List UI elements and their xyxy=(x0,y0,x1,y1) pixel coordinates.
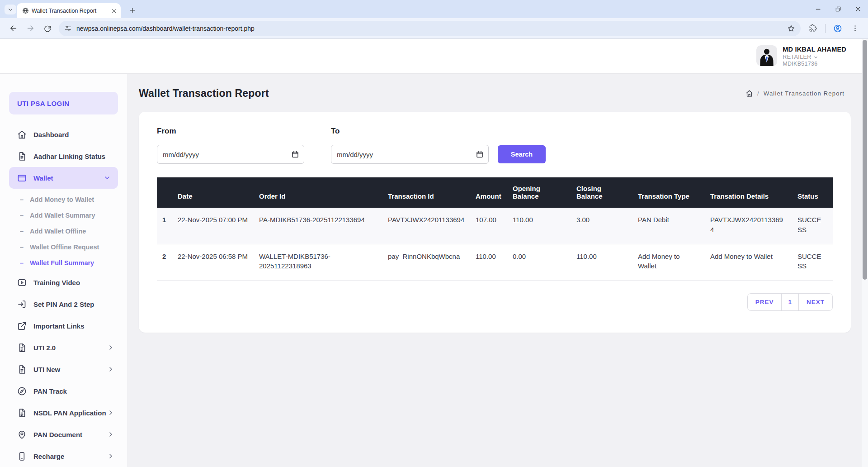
from-field: From xyxy=(157,127,304,164)
document-icon xyxy=(17,365,27,374)
sidebar-item-label: Important Links xyxy=(33,322,114,330)
column-header: Transaction Id xyxy=(388,177,476,208)
chevron-right-icon xyxy=(107,409,114,416)
extensions-button[interactable] xyxy=(805,21,821,36)
profile-button[interactable] xyxy=(830,21,845,36)
chevron-right-icon xyxy=(107,431,114,438)
sidebar-item-wallet[interactable]: Wallet xyxy=(9,167,118,189)
document-icon xyxy=(17,343,27,353)
page-number-button[interactable]: 1 xyxy=(781,294,798,310)
sidebar-item-label: Aadhar Linking Status xyxy=(33,152,114,160)
toolbar-separator xyxy=(825,24,826,33)
sidebar-item-label: NSDL PAN Application xyxy=(33,409,107,417)
chevron-right-icon xyxy=(107,431,114,438)
user-role: RETAILER xyxy=(783,54,846,60)
menu-button[interactable] xyxy=(847,21,863,36)
sidebar-item-important-links[interactable]: Important Links xyxy=(0,315,127,337)
sidebar-item-uti-new[interactable]: UTI New xyxy=(0,358,127,380)
sidebar-item-pan-document[interactable]: PAN Document xyxy=(0,424,127,445)
sidebar-item-pan-track[interactable]: PAN Track xyxy=(0,380,127,402)
external-link-icon xyxy=(17,321,27,331)
brand-badge: UTI PSA LOGIN xyxy=(9,92,118,114)
video-icon xyxy=(17,278,27,287)
column-header: Transation Details xyxy=(710,177,797,208)
column-header: Transation Type xyxy=(638,177,710,208)
sidebar-item-label: PAN Track xyxy=(33,387,114,395)
next-page-button[interactable]: NEXT xyxy=(798,294,832,310)
document-icon xyxy=(17,152,27,161)
cell-type: PAN Debit xyxy=(638,208,710,244)
reload-button[interactable] xyxy=(40,21,55,36)
cell-date: 22-Nov-2025 07:00 PM xyxy=(178,208,259,244)
sidebar-subitem-wallet-offline-request[interactable]: Wallet Offline Request xyxy=(0,239,127,255)
sidebar-item-nsdl-pan-application[interactable]: NSDL PAN Application xyxy=(0,402,127,424)
cell-opening-balance: 110.00 xyxy=(513,208,576,244)
login-icon xyxy=(17,300,27,309)
minimize-button[interactable] xyxy=(808,0,828,18)
cell-opening-balance: 0.00 xyxy=(513,244,576,281)
cell-status: SUCCESS xyxy=(797,208,833,244)
chevron-right-icon xyxy=(107,344,114,351)
chevron-down-icon xyxy=(7,6,14,13)
new-tab-button[interactable] xyxy=(126,4,139,17)
avatar xyxy=(756,45,777,66)
app-header: MD IKBAL AHAMED RETAILER MDIKB51736 xyxy=(0,39,868,74)
document-icon xyxy=(17,365,27,374)
sidebar-item-uti-2-0[interactable]: UTI 2.0 xyxy=(0,337,127,358)
scrollbar-thumb[interactable] xyxy=(863,40,867,280)
sidebar-subitem-add-wallet-offline[interactable]: Add Wallet Offline xyxy=(0,223,127,239)
to-date-input[interactable] xyxy=(331,145,489,164)
sidebar-subitem-add-money-to-wallet[interactable]: Add Money to Wallet xyxy=(0,191,127,207)
user-meta: MD IKBAL AHAMED RETAILER MDIKB51736 xyxy=(783,45,846,67)
globe-favicon-icon xyxy=(22,7,29,14)
sidebar-item-training-video[interactable]: Training Video xyxy=(0,272,127,293)
cell-amount: 107.00 xyxy=(476,208,513,244)
back-button[interactable] xyxy=(5,21,21,36)
forward-button[interactable] xyxy=(23,21,38,36)
prev-page-button[interactable]: PREV xyxy=(748,294,782,310)
sidebar-subitem-wallet-full-summary[interactable]: Wallet Full Summary xyxy=(0,255,127,271)
chevron-right-icon xyxy=(107,366,114,373)
page-scrollbar[interactable] xyxy=(862,39,868,467)
from-date-input[interactable] xyxy=(157,145,304,164)
close-button[interactable] xyxy=(848,0,868,18)
maximize-button[interactable] xyxy=(828,0,848,18)
url-text: newpsa.onlinepsa.com/dashboard/wallet-tr… xyxy=(76,25,787,32)
cell-status: SUCCESS xyxy=(797,244,833,281)
filter-row: From To xyxy=(157,127,833,164)
browser-tab[interactable]: Wallet Transaction Report xyxy=(17,3,121,18)
sidebar-item-recharge[interactable]: Recharge xyxy=(0,445,127,467)
sidebar-item-set-pin-and-2-step[interactable]: Set PIN And 2 Step xyxy=(0,293,127,315)
column-header: Order Id xyxy=(259,177,388,208)
user-menu[interactable]: MD IKBAL AHAMED RETAILER MDIKB51736 xyxy=(756,45,846,67)
bookmark-star-icon[interactable] xyxy=(787,24,795,33)
table-header-row: DateOrder IdTransaction IdAmountOpening … xyxy=(157,177,833,208)
window-controls xyxy=(808,0,868,18)
table-body: 122-Nov-2025 07:00 PMPA-MDIKB51736-20251… xyxy=(157,208,833,281)
address-bar[interactable]: newpsa.onlinepsa.com/dashboard/wallet-tr… xyxy=(59,21,801,36)
sidebar: UTI PSA LOGIN DashboardAadhar Linking St… xyxy=(0,74,127,467)
from-label: From xyxy=(157,127,304,136)
login-icon xyxy=(17,300,27,309)
tab-search-button[interactable] xyxy=(5,5,16,14)
document-icon xyxy=(17,343,27,353)
breadcrumb-home[interactable] xyxy=(745,90,753,97)
browser-tabstrip: Wallet Transaction Report xyxy=(0,0,868,18)
tab-close-icon[interactable] xyxy=(111,8,117,14)
search-button[interactable]: Search xyxy=(498,145,546,163)
sidebar-submenu: Add Money to WalletAdd Wallet SummaryAdd… xyxy=(0,189,127,272)
user-name: MD IKBAL AHAMED xyxy=(783,46,846,53)
cell-order-id: PA-MDIKB51736-20251122133694 xyxy=(259,208,388,244)
sidebar-item-dashboard[interactable]: Dashboard xyxy=(0,124,127,145)
table-row: 122-Nov-2025 07:00 PMPA-MDIKB51736-20251… xyxy=(157,208,833,244)
sidebar-item-aadhar-linking-status[interactable]: Aadhar Linking Status xyxy=(0,145,127,167)
to-field: To xyxy=(331,127,489,164)
map-pin-icon xyxy=(17,430,27,439)
cell-order-id: WALLET-MDIKB51736-20251122318963 xyxy=(259,244,388,281)
cell-transaction-id: PAVTXJWX24201133694 xyxy=(388,208,476,244)
page-head: Wallet Transaction Report / Wallet Trans… xyxy=(127,74,868,100)
user-id: MDIKB51736 xyxy=(783,61,846,67)
chevron-down-icon xyxy=(104,174,111,181)
sidebar-subitem-add-wallet-summary[interactable]: Add Wallet Summary xyxy=(0,207,127,223)
external-link-icon xyxy=(17,321,27,331)
